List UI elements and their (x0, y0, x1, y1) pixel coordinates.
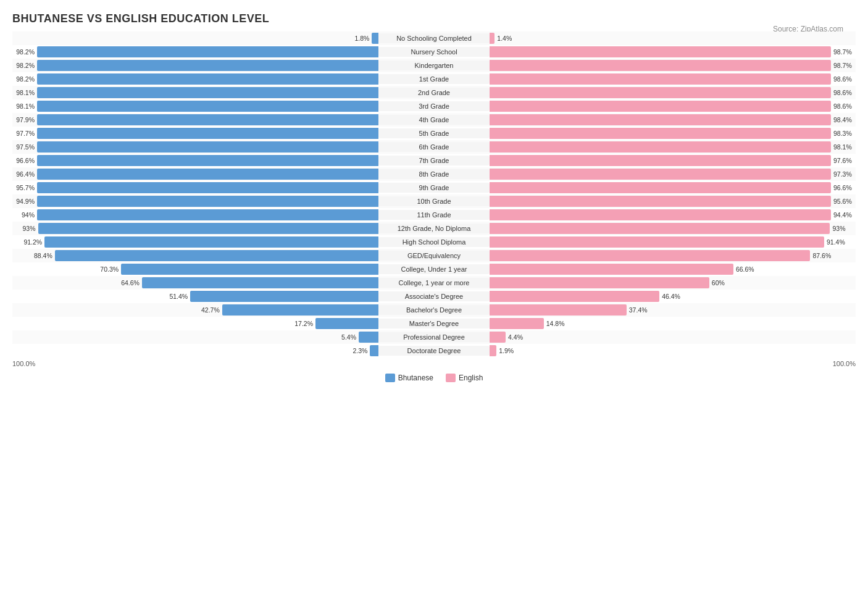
bar-pink (490, 345, 496, 356)
chart-row: 2.3%Doctorate Degree1.9% (12, 344, 856, 357)
left-section: 51.4% (12, 290, 378, 303)
bar-pink (490, 169, 831, 180)
chart-row: 64.6%College, 1 year or more60% (12, 276, 856, 290)
center-label: Bachelor's Degree (378, 305, 490, 315)
right-section: 98.1% (490, 140, 856, 154)
chart-title: BHUTANESE VS ENGLISH EDUCATION LEVEL (12, 12, 856, 25)
left-section: 64.6% (12, 276, 378, 290)
chart-row: 98.1%2nd Grade98.6% (12, 86, 856, 99)
right-section: 60% (490, 276, 856, 290)
bar-blue (37, 141, 378, 153)
chart-row: 98.1%3rd Grade98.6% (12, 99, 856, 113)
bar-blue (315, 318, 378, 329)
left-section: 1.8% (12, 31, 378, 45)
center-label: GED/Equivalency (378, 251, 490, 261)
bar-blue (37, 87, 378, 98)
center-label: College, Under 1 year (378, 264, 490, 274)
right-section: 98.6% (490, 86, 856, 99)
right-section: 98.7% (490, 59, 856, 72)
chart-row: 5.4%Professional Degree4.4% (12, 330, 856, 344)
right-value: 46.4% (662, 293, 684, 300)
chart-row: 98.2%Nursery School98.7% (12, 45, 856, 59)
right-value: 37.4% (629, 306, 651, 314)
axis-left-label: 100.0% (12, 360, 378, 367)
right-value: 14.8% (546, 320, 569, 327)
right-section: 98.3% (490, 127, 856, 140)
center-label: Kindergarten (378, 61, 490, 70)
left-section: 98.1% (12, 86, 378, 99)
left-section: 91.2% (12, 235, 378, 249)
chart-row: 94%11th Grade94.4% (12, 208, 856, 222)
bar-pink (490, 101, 831, 112)
right-section: 1.4% (490, 31, 856, 45)
bar-blue (37, 209, 378, 220)
right-section: 66.6% (490, 262, 856, 276)
chart-row: 94.9%10th Grade95.6% (12, 194, 856, 208)
bar-pink (490, 209, 831, 220)
bar-pink (490, 291, 659, 302)
bar-blue (37, 46, 378, 57)
center-label: 4th Grade (378, 115, 490, 125)
left-section: 42.7% (12, 303, 378, 317)
left-section: 96.4% (12, 167, 378, 181)
bar-pink (490, 277, 709, 288)
right-value: 94.4% (833, 211, 856, 219)
bar-pink (490, 33, 495, 44)
bar-blue (370, 345, 378, 356)
left-value: 98.2% (12, 48, 35, 56)
left-value: 94% (12, 211, 35, 219)
left-value: 98.1% (12, 89, 35, 96)
bar-blue (190, 291, 378, 302)
center-label: 10th Grade (378, 196, 490, 206)
left-value: 98.1% (12, 102, 35, 110)
center-label: 8th Grade (378, 169, 490, 179)
left-section: 98.2% (12, 59, 378, 72)
bar-pink (490, 155, 831, 166)
right-value: 98.6% (833, 75, 856, 83)
center-label: 2nd Grade (378, 88, 490, 98)
bar-blue (359, 332, 378, 343)
bar-blue (37, 101, 378, 112)
bar-pink (490, 73, 831, 85)
center-label: 5th Grade (378, 128, 490, 138)
center-label: Associate's Degree (378, 291, 490, 301)
bar-blue (55, 250, 378, 261)
center-label: 1st Grade (378, 74, 490, 84)
bar-blue (372, 33, 378, 44)
right-section: 97.6% (490, 154, 856, 167)
left-value: 95.7% (12, 184, 35, 191)
right-value: 98.4% (833, 116, 856, 123)
left-value: 91.2% (20, 238, 42, 246)
left-section: 93% (12, 222, 378, 235)
bar-pink (490, 264, 733, 275)
right-section: 4.4% (490, 330, 856, 344)
left-value: 97.5% (12, 143, 35, 151)
right-section: 98.4% (490, 113, 856, 127)
bar-blue (37, 169, 378, 180)
left-section: 95.7% (12, 181, 378, 194)
center-label: Nursery School (378, 47, 490, 57)
left-section: 17.2% (12, 317, 378, 330)
left-value: 96.4% (12, 170, 35, 178)
left-section: 70.3% (12, 262, 378, 276)
bar-blue (142, 277, 378, 288)
right-section: 94.4% (490, 208, 856, 222)
chart-row: 97.9%4th Grade98.4% (12, 113, 856, 127)
chart-row: 93%12th Grade, No Diploma93% (12, 222, 856, 235)
center-label: Master's Degree (378, 319, 490, 328)
right-value: 93% (832, 225, 854, 232)
chart-row: 70.3%College, Under 1 year66.6% (12, 262, 856, 276)
legend-english-box (446, 374, 456, 382)
left-value: 98.2% (12, 75, 35, 83)
bar-blue (37, 128, 378, 139)
chart-row: 95.7%9th Grade96.6% (12, 181, 856, 194)
right-value: 1.9% (499, 347, 521, 354)
left-section: 5.4% (12, 330, 378, 344)
chart-row: 98.2%Kindergarten98.7% (12, 59, 856, 72)
right-section: 46.4% (490, 290, 856, 303)
left-value: 17.2% (291, 320, 313, 327)
center-label: Professional Degree (378, 332, 490, 342)
bar-blue (37, 73, 378, 85)
bar-pink (490, 87, 831, 98)
right-section: 37.4% (490, 303, 856, 317)
